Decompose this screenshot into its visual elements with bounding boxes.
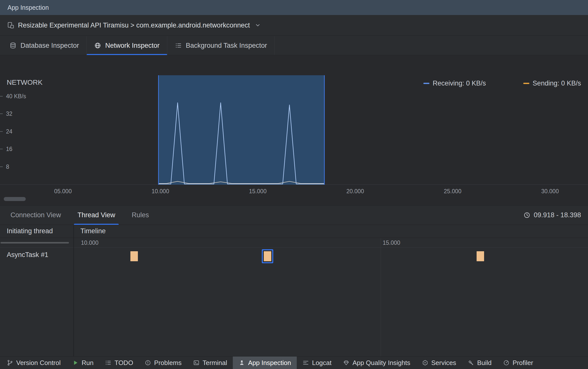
- tool-window-button-label: App Quality Insights: [352, 359, 410, 367]
- tool-window-button-label: Services: [431, 359, 456, 367]
- terminal-icon: [193, 360, 200, 366]
- tool-window-button-label: Terminal: [203, 359, 227, 367]
- profiler-icon: [503, 360, 510, 366]
- network-request-block[interactable]: [477, 251, 484, 261]
- app-quality-insights-icon: [343, 360, 349, 366]
- network-request-block[interactable]: [130, 251, 138, 261]
- thread-rows: AsyncTask #1: [0, 0, 588, 369]
- tool-window-button-label: Build: [477, 359, 492, 367]
- logcat-icon: [302, 360, 309, 366]
- tool-window-button-run[interactable]: Run: [66, 356, 99, 369]
- tool-window-button-todo[interactable]: TODO: [99, 356, 139, 369]
- tool-window-button-label: App Inspection: [248, 359, 291, 367]
- tool-window-button-terminal[interactable]: Terminal: [187, 356, 233, 369]
- tool-window-button-logcat[interactable]: Logcat: [297, 356, 337, 369]
- build-icon: [468, 360, 474, 366]
- tool-window-button-label: Profiler: [513, 359, 533, 367]
- tool-window-button-problems[interactable]: Problems: [139, 356, 187, 369]
- tool-window-button-label: Problems: [154, 359, 182, 367]
- tool-window-button-services[interactable]: Services: [416, 356, 462, 369]
- tool-window-button-app-inspection[interactable]: App Inspection: [233, 356, 297, 369]
- version-control-icon: [7, 360, 13, 366]
- tool-window-button-profiler[interactable]: Profiler: [497, 356, 539, 369]
- thread-row-label: AsyncTask #1: [7, 251, 48, 259]
- tool-window-button-app-quality-insights[interactable]: App Quality Insights: [337, 356, 416, 369]
- tool-window-button-build[interactable]: Build: [462, 356, 497, 369]
- tool-window-button-label: Logcat: [312, 359, 331, 367]
- app-inspection-icon: [239, 360, 245, 366]
- tool-window-bar: Version ControlRunTODOProblemsTerminalAp…: [0, 356, 588, 369]
- tool-window-button-label: TODO: [114, 359, 133, 367]
- tool-window-button-label: Version Control: [16, 359, 61, 367]
- todo-icon: [105, 360, 111, 366]
- tool-window-button-version-control[interactable]: Version Control: [1, 356, 66, 369]
- run-icon: [72, 360, 79, 366]
- problems-icon: [145, 360, 151, 366]
- tool-window-button-label: Run: [82, 359, 94, 367]
- services-icon: [422, 360, 428, 366]
- network-request-block-selected[interactable]: [264, 251, 271, 261]
